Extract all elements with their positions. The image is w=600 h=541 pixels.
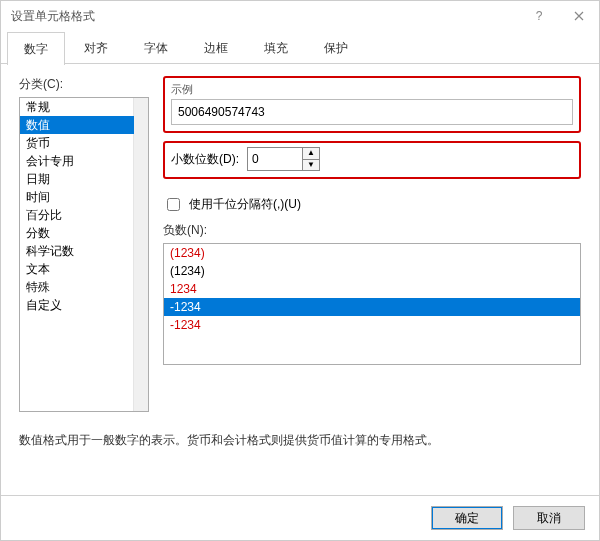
thousands-label: 使用千位分隔符(,)(U) [189, 196, 301, 213]
sample-highlight-box: 示例 5006490574743 [163, 76, 581, 133]
dialog-body: 分类(C): 常规数值货币会计专用日期时间百分比分数科学记数文本特殊自定义 示例… [1, 64, 599, 495]
negative-format-item[interactable]: 1234 [164, 280, 580, 298]
category-label: 分类(C): [19, 76, 149, 93]
ok-button[interactable]: 确定 [431, 506, 503, 530]
category-item[interactable]: 自定义 [20, 296, 134, 314]
category-item[interactable]: 时间 [20, 188, 134, 206]
thousands-checkbox[interactable] [167, 198, 180, 211]
tab-0[interactable]: 数字 [7, 32, 65, 65]
category-item[interactable]: 货币 [20, 134, 134, 152]
tab-3[interactable]: 边框 [187, 31, 245, 64]
category-item[interactable]: 分数 [20, 224, 134, 242]
negative-format-item[interactable]: -1234 [164, 316, 580, 334]
decimal-places-spinner[interactable]: ▲ ▼ [247, 147, 320, 171]
cancel-button[interactable]: 取消 [513, 506, 585, 530]
spinner-arrows: ▲ ▼ [302, 148, 319, 170]
category-item[interactable]: 数值 [20, 116, 134, 134]
decimal-places-input[interactable] [248, 148, 302, 170]
window-buttons: ? [519, 1, 599, 31]
format-cells-dialog: 设置单元格格式 ? 数字对齐字体边框填充保护 分类(C): 常规数值货币会计专用… [0, 0, 600, 541]
window-title: 设置单元格格式 [11, 8, 95, 25]
close-icon [574, 11, 584, 21]
columns: 分类(C): 常规数值货币会计专用日期时间百分比分数科学记数文本特殊自定义 示例… [19, 76, 581, 412]
category-item[interactable]: 文本 [20, 260, 134, 278]
category-item[interactable]: 百分比 [20, 206, 134, 224]
category-list[interactable]: 常规数值货币会计专用日期时间百分比分数科学记数文本特殊自定义 [19, 97, 149, 412]
negative-format-item[interactable]: -1234 [164, 298, 580, 316]
category-item[interactable]: 日期 [20, 170, 134, 188]
spinner-up-icon[interactable]: ▲ [303, 148, 319, 160]
category-item[interactable]: 科学记数 [20, 242, 134, 260]
category-column: 分类(C): 常规数值货币会计专用日期时间百分比分数科学记数文本特殊自定义 [19, 76, 149, 412]
tab-2[interactable]: 字体 [127, 31, 185, 64]
category-item[interactable]: 特殊 [20, 278, 134, 296]
sample-label: 示例 [171, 82, 573, 97]
thousands-row: 使用千位分隔符(,)(U) [163, 195, 581, 214]
negative-format-item[interactable]: (1234) [164, 244, 580, 262]
negative-numbers-list[interactable]: (1234)(1234)1234-1234-1234 [163, 243, 581, 365]
tab-5[interactable]: 保护 [307, 31, 365, 64]
settings-column: 示例 5006490574743 小数位数(D): ▲ ▼ [163, 76, 581, 412]
dialog-footer: 确定 取消 [1, 495, 599, 540]
spinner-down-icon[interactable]: ▼ [303, 160, 319, 171]
decimal-places-label: 小数位数(D): [171, 151, 239, 168]
tab-1[interactable]: 对齐 [67, 31, 125, 64]
negative-format-item[interactable]: (1234) [164, 262, 580, 280]
sample-value: 5006490574743 [171, 99, 573, 125]
tabs: 数字对齐字体边框填充保护 [1, 31, 599, 64]
close-button[interactable] [559, 1, 599, 31]
category-item[interactable]: 会计专用 [20, 152, 134, 170]
titlebar: 设置单元格格式 ? [1, 1, 599, 31]
negative-label: 负数(N): [163, 222, 581, 239]
tab-4[interactable]: 填充 [247, 31, 305, 64]
category-item[interactable]: 常规 [20, 98, 134, 116]
decimal-highlight-box: 小数位数(D): ▲ ▼ [163, 141, 581, 179]
help-button[interactable]: ? [519, 1, 559, 31]
format-description: 数值格式用于一般数字的表示。货币和会计格式则提供货币值计算的专用格式。 [19, 432, 581, 449]
